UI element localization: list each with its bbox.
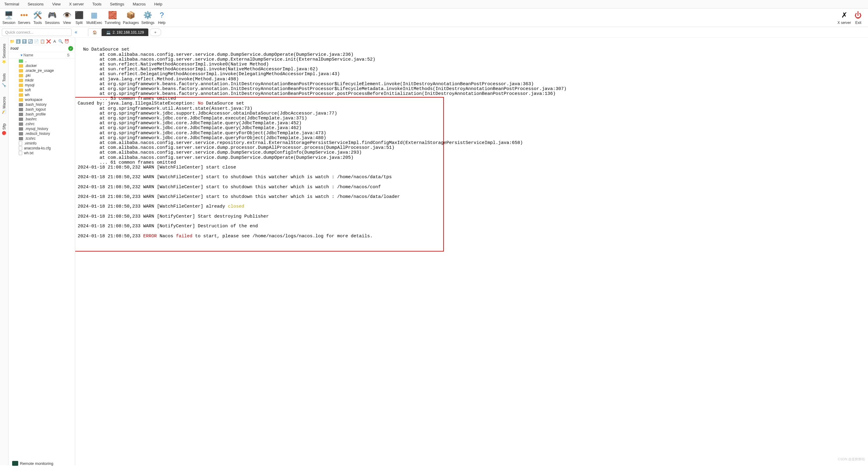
file-name: .oracle_jre_usage	[25, 68, 54, 73]
toolbar-label: Tools	[33, 21, 42, 25]
file-toolbar-btn-2[interactable]: ⬆️	[22, 38, 27, 44]
file-name: wh	[25, 93, 29, 97]
file-item[interactable]: wh.txt	[8, 151, 75, 156]
folder-icon	[19, 98, 23, 102]
file-name: .docker	[25, 64, 37, 68]
file-item[interactable]: .bash_profile	[8, 112, 75, 117]
sidetab-sessions[interactable]: ⭐ Sessions	[2, 44, 6, 64]
file-toolbar-btn-4[interactable]: 📄	[34, 38, 39, 44]
servers-icon: •••	[19, 10, 29, 20]
menu-view[interactable]: View	[51, 1, 62, 7]
menu-macros[interactable]: Macros	[132, 1, 147, 7]
tunneling-icon: 🧱	[108, 10, 117, 20]
file-toolbar-btn-5[interactable]: 📋	[40, 38, 45, 44]
file-icon	[19, 123, 23, 126]
file-toolbar: 📁⬇️⬆️🔄📄📋❌A🔍⏰	[8, 38, 75, 45]
menu-sessions[interactable]: Sessions	[26, 1, 45, 7]
file-item[interactable]: .bash_logout	[8, 107, 75, 112]
toolbar-servers[interactable]: •••Servers	[18, 10, 30, 25]
sidetab-sftp[interactable]: 🔴 Sftp	[2, 123, 6, 135]
folder-icon	[19, 74, 23, 77]
file-icon	[19, 137, 23, 140]
file-item[interactable]: .cshrc	[8, 122, 75, 126]
file-name: .bash_profile	[25, 112, 46, 116]
toolbar-label: Servers	[18, 21, 30, 25]
menu-help[interactable]: Help	[153, 1, 163, 7]
file-item[interactable]: mkdir	[8, 78, 75, 83]
menu-x-server[interactable]: X server	[68, 1, 85, 7]
file-name: soft	[25, 88, 31, 92]
tab-add[interactable]: +	[150, 29, 161, 36]
file-name: .pki	[25, 73, 31, 77]
toolbar-help[interactable]: ?Help	[157, 10, 166, 25]
toolbar-view[interactable]: 👁️View	[62, 10, 72, 25]
sidetab-tools[interactable]: 🔧 Tools	[2, 73, 6, 88]
file-item[interactable]: .mysql_history	[8, 126, 75, 131]
file-item[interactable]: ..	[8, 59, 75, 63]
file-item[interactable]: wh	[8, 93, 75, 97]
toolbar-multiexec[interactable]: ▦MultiExec	[87, 10, 102, 25]
path-input[interactable]	[10, 46, 67, 51]
file-toolbar-btn-9[interactable]: ⏰	[64, 38, 69, 44]
monitor-icon	[12, 461, 18, 465]
tab-home[interactable]: 🏠	[88, 29, 102, 36]
toolbar-tools[interactable]: 🛠️Tools	[33, 10, 42, 25]
menu-tools[interactable]: Tools	[91, 1, 102, 7]
toolbar-tunneling[interactable]: 🧱Tunneling	[105, 10, 120, 25]
sort-arrow-icon[interactable]: ▾	[21, 53, 23, 57]
toolbar-session[interactable]: 🖥️Session	[2, 10, 16, 25]
file-toolbar-btn-8[interactable]: 🔍	[58, 38, 63, 44]
menu-settings[interactable]: Settings	[109, 1, 126, 7]
sessions-icon: 🎮	[47, 10, 57, 20]
col-name[interactable]: Name	[23, 53, 33, 57]
file-name: mkdir	[25, 78, 34, 82]
toolbar-label: Split	[75, 21, 83, 25]
collapse-sidebar-icon[interactable]: «	[73, 28, 79, 36]
file-item[interactable]: .rediscli_history	[8, 131, 75, 136]
exit-icon: ⏻	[854, 10, 863, 20]
toolbar-split[interactable]: ⬛Split	[74, 10, 84, 25]
file-item[interactable]: anaconda-ks.cfg	[8, 146, 75, 151]
file-toolbar-btn-1[interactable]: ⬇️	[16, 38, 21, 44]
col-size[interactable]: S	[67, 53, 69, 57]
file-item[interactable]: soft	[8, 88, 75, 93]
file-item[interactable]: .docker	[8, 63, 75, 68]
file-item[interactable]: .tcshrc	[8, 136, 75, 141]
quick-row: Quick connect... « 🏠 💻 2. 192.168.101.12…	[0, 27, 868, 38]
file-item[interactable]: .bash_history	[8, 102, 75, 107]
path-row: ✓	[8, 45, 75, 52]
file-toolbar-btn-0[interactable]: 📁	[9, 38, 15, 44]
toolbar-label: Tunneling	[105, 21, 120, 25]
folder-icon	[19, 89, 23, 92]
file-toolbar-btn-6[interactable]: ❌	[46, 38, 51, 44]
file-name: .tcshrc	[25, 136, 35, 141]
file-icon	[19, 108, 23, 111]
file-item[interactable]: mysql	[8, 83, 75, 88]
file-name: .bashrc	[25, 117, 37, 121]
file-list-header: ▾ Name S	[8, 52, 75, 59]
file-icon	[19, 127, 23, 131]
file-item[interactable]: .oracle_jre_usage	[8, 68, 75, 73]
terminal-output[interactable]: No DataSource set at com.alibaba.nacos.c…	[75, 38, 868, 465]
file-item[interactable]: .bashrc	[8, 117, 75, 122]
toolbar-exit[interactable]: ⏻Exit	[854, 10, 863, 25]
toolbar-label: Exit	[855, 21, 861, 25]
toolbar-packages[interactable]: 📦Packages	[123, 10, 139, 25]
file-name: .bash_history	[25, 102, 46, 107]
file-item[interactable]: .pki	[8, 73, 75, 78]
menu-terminal[interactable]: Terminal	[3, 1, 20, 7]
file-item[interactable]: workspace	[8, 97, 75, 102]
tab-session-active[interactable]: 💻 2. 192.168.101.129	[102, 29, 148, 36]
toolbar-label: Help	[158, 21, 166, 25]
file-item[interactable]: .viminfo	[8, 141, 75, 146]
folder-icon	[19, 79, 23, 82]
toolbar-x-server[interactable]: ✗X server	[837, 10, 851, 25]
file-toolbar-btn-3[interactable]: 🔄	[28, 38, 33, 44]
sidetab-macros[interactable]: 📝 Macros	[2, 97, 6, 114]
tools-icon: 🛠️	[33, 10, 42, 20]
toolbar-sessions[interactable]: 🎮Sessions	[45, 10, 60, 25]
toolbar-settings[interactable]: ⚙️Settings	[142, 10, 154, 25]
file-toolbar-btn-7[interactable]: A	[52, 38, 57, 44]
toolbar-label: Packages	[123, 21, 139, 25]
quick-connect-input[interactable]: Quick connect...	[2, 29, 71, 36]
